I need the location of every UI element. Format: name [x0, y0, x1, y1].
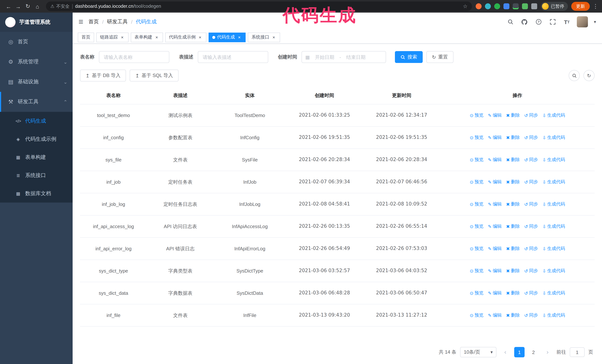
- profile-paused-badge[interactable]: 已暂停: [541, 2, 568, 11]
- generate-code-link[interactable]: ⇩生成代码: [542, 290, 565, 296]
- fullscreen-icon[interactable]: [549, 18, 557, 26]
- sidebar-item-codegen-example[interactable]: ◈ 代码生成示例: [0, 130, 73, 148]
- hamburger-icon[interactable]: ≡: [78, 18, 83, 26]
- extension-icon[interactable]: [485, 3, 491, 9]
- edit-link[interactable]: ✎编辑: [488, 268, 502, 274]
- generate-code-link[interactable]: ⇩生成代码: [542, 246, 565, 252]
- sync-link[interactable]: ↺同步: [524, 312, 538, 318]
- extension-icon[interactable]: [513, 3, 519, 9]
- edit-link[interactable]: ✎编辑: [488, 157, 502, 163]
- edit-link[interactable]: ✎编辑: [488, 179, 502, 185]
- end-date-input[interactable]: [343, 54, 369, 60]
- sync-link[interactable]: ↺同步: [524, 179, 538, 185]
- tab-codegen-example[interactable]: 代码生成示例 ×: [165, 32, 206, 42]
- delete-link[interactable]: ✖删除: [506, 290, 520, 296]
- delete-link[interactable]: ✖删除: [506, 157, 520, 163]
- delete-link[interactable]: ✖删除: [506, 246, 520, 252]
- delete-link[interactable]: ✖删除: [506, 135, 520, 141]
- edit-link[interactable]: ✎编辑: [488, 312, 502, 318]
- generate-code-link[interactable]: ⇩生成代码: [542, 112, 565, 118]
- delete-link[interactable]: ✖删除: [506, 201, 520, 207]
- import-db-button[interactable]: ↥ 基于 DB 导入: [80, 70, 126, 82]
- close-icon[interactable]: ×: [120, 35, 125, 40]
- sidebar-item-dev-tools[interactable]: ⚒ 研发工具 ⌃: [0, 92, 73, 112]
- sync-link[interactable]: ↺同步: [524, 290, 538, 296]
- reset-button[interactable]: ↻ 重置: [426, 51, 453, 63]
- sidebar-item-form-builder[interactable]: ▦ 表单构建: [0, 148, 73, 166]
- sidebar-item-infrastructure[interactable]: ▤ 基础设施 ⌄: [0, 72, 73, 92]
- tab-home[interactable]: 首页: [78, 32, 94, 42]
- caret-down-icon[interactable]: ▾: [594, 19, 596, 24]
- sidebar-item-system-management[interactable]: ⚙ 系统管理 ⌄: [0, 52, 73, 72]
- sidebar-item-home[interactable]: ◎ 首页: [0, 32, 73, 52]
- sync-link[interactable]: ↺同步: [524, 246, 538, 252]
- preview-link[interactable]: ⊙预览: [470, 223, 484, 229]
- back-button[interactable]: ←: [4, 1, 13, 11]
- prev-page-button[interactable]: ‹: [500, 347, 510, 357]
- next-page-button[interactable]: ›: [542, 347, 553, 357]
- close-icon[interactable]: ×: [154, 35, 159, 40]
- update-button[interactable]: 更新: [571, 2, 590, 11]
- page-size-select[interactable]: 10条/页 ▾: [460, 347, 496, 357]
- extension-icon[interactable]: [494, 3, 500, 9]
- url-text[interactable]: dashboard.yudao.iocoder.cn/tool/codegen: [75, 4, 460, 9]
- page-button-2[interactable]: 2: [528, 347, 539, 357]
- preview-link[interactable]: ⊙预览: [470, 179, 484, 185]
- sync-link[interactable]: ↺同步: [524, 223, 538, 229]
- generate-code-link[interactable]: ⇩生成代码: [542, 268, 565, 274]
- edit-link[interactable]: ✎编辑: [488, 135, 502, 141]
- font-size-icon[interactable]: TT: [563, 18, 571, 26]
- sync-link[interactable]: ↺同步: [524, 201, 538, 207]
- preview-link[interactable]: ⊙预览: [470, 112, 484, 118]
- generate-code-link[interactable]: ⇩生成代码: [542, 201, 565, 207]
- close-icon[interactable]: ×: [197, 35, 203, 40]
- tab-system-api[interactable]: 系统接口 ×: [248, 32, 280, 42]
- generate-code-link[interactable]: ⇩生成代码: [542, 135, 565, 141]
- tab-form-builder[interactable]: 表单构建 ×: [131, 32, 163, 42]
- sync-link[interactable]: ↺同步: [524, 268, 538, 274]
- preview-link[interactable]: ⊙预览: [470, 157, 484, 163]
- table-name-input[interactable]: [99, 51, 169, 63]
- sync-link[interactable]: ↺同步: [524, 157, 538, 163]
- close-icon[interactable]: ×: [237, 35, 242, 40]
- extension-icon[interactable]: [522, 3, 528, 9]
- extension-icon[interactable]: [504, 3, 509, 9]
- edit-link[interactable]: ✎编辑: [488, 223, 502, 229]
- import-sql-button[interactable]: ↥ 基于 SQL 导入: [130, 70, 178, 82]
- tab-codegen[interactable]: 代码生成 ×: [209, 32, 246, 42]
- forward-button[interactable]: →: [13, 1, 23, 11]
- goto-page-input[interactable]: [570, 347, 585, 357]
- generate-code-link[interactable]: ⇩生成代码: [542, 179, 565, 185]
- sync-link[interactable]: ↺同步: [524, 112, 538, 118]
- logo[interactable]: 芋道管理系统: [0, 13, 73, 32]
- generate-code-link[interactable]: ⇩生成代码: [542, 223, 565, 229]
- edit-link[interactable]: ✎编辑: [488, 290, 502, 296]
- address-bar[interactable]: ⚠ 不安全 dashboard.yudao.iocoder.cn/tool/co…: [46, 1, 472, 11]
- home-button[interactable]: ⌂: [32, 1, 42, 11]
- tab-trace[interactable]: 链路追踪 ×: [96, 32, 129, 42]
- toggle-search-button[interactable]: [569, 70, 580, 81]
- create-time-range-picker[interactable]: ▦ -: [301, 51, 386, 63]
- extension-icon[interactable]: [476, 3, 482, 9]
- delete-link[interactable]: ✖删除: [506, 223, 520, 229]
- bookmark-star-icon[interactable]: ☆: [463, 3, 468, 9]
- breadcrumb-home[interactable]: 首页: [88, 19, 99, 25]
- generate-code-link[interactable]: ⇩生成代码: [542, 312, 565, 318]
- sidebar-item-system-api[interactable]: ≣ 系统接口: [0, 166, 73, 184]
- delete-link[interactable]: ✖删除: [506, 312, 520, 318]
- help-icon[interactable]: ?: [535, 18, 543, 26]
- preview-link[interactable]: ⊙预览: [470, 246, 484, 252]
- preview-link[interactable]: ⊙预览: [470, 312, 484, 318]
- refresh-table-button[interactable]: ↻: [583, 70, 595, 81]
- sync-link[interactable]: ↺同步: [524, 135, 538, 141]
- search-icon[interactable]: [506, 18, 515, 26]
- github-icon[interactable]: [520, 18, 529, 26]
- close-icon[interactable]: ×: [271, 35, 276, 40]
- preview-link[interactable]: ⊙预览: [470, 290, 484, 296]
- delete-link[interactable]: ✖删除: [506, 268, 520, 274]
- puzzle-extension-icon[interactable]: [531, 3, 537, 9]
- preview-link[interactable]: ⊙预览: [470, 268, 484, 274]
- sidebar-item-codegen[interactable]: </> 代码生成: [0, 112, 73, 130]
- security-warning[interactable]: ⚠ 不安全: [50, 3, 70, 10]
- sidebar-item-db-doc[interactable]: ▩ 数据库文档: [0, 184, 73, 203]
